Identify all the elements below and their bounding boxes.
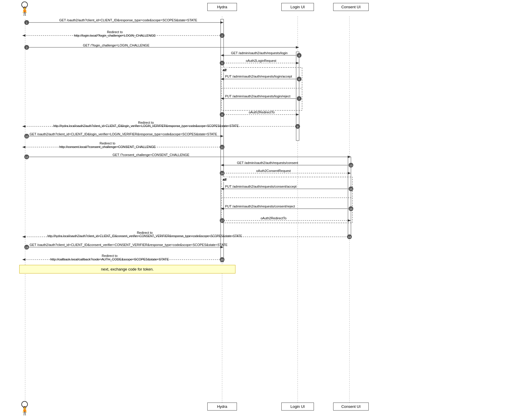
svg-point-17 (24, 45, 29, 50)
svg-text:18: 18 (348, 236, 351, 239)
label-step15: PUT /admin/oauth2/auth/requests/consent/… (225, 185, 296, 188)
label-step18-line2: http://hydra.local/oauth2/auth?client_id… (47, 234, 242, 238)
svg-marker-16 (296, 46, 299, 49)
svg-point-21 (297, 53, 301, 58)
svg-text:1: 1 (26, 21, 27, 24)
svg-text:6: 6 (298, 78, 300, 81)
loginui-box-bottom: Login UI (281, 403, 314, 411)
svg-marker-80 (348, 219, 351, 222)
svg-text:13: 13 (349, 164, 352, 167)
svg-marker-24 (296, 62, 299, 64)
svg-rect-27 (222, 67, 302, 110)
label-step17: oAuth2RedirectTo (261, 216, 286, 220)
svg-text:17: 17 (221, 219, 224, 222)
svg-marker-64 (348, 172, 351, 174)
svg-text:15: 15 (349, 188, 352, 191)
svg-point-37 (297, 96, 301, 101)
label-step20-line1: Redirect to (50, 254, 169, 258)
label-step14: oAuth2ConsentRequest (256, 169, 291, 173)
svg-marker-84 (22, 236, 25, 238)
svg-text:5: 5 (221, 62, 223, 65)
sequence-diagram: 1 2 3 4 5 alt 6 (0, 0, 531, 420)
svg-text:3: 3 (26, 46, 27, 49)
svg-point-65 (220, 171, 224, 176)
svg-marker-20 (221, 54, 224, 57)
svg-rect-4 (221, 19, 224, 262)
svg-point-49 (24, 134, 29, 139)
svg-point-45 (295, 124, 300, 129)
label-step18-line1: Redirect to (47, 231, 242, 234)
label-step20: Redirect to http://callback.local/callba… (50, 254, 169, 261)
label-step8: oAuth2RedirectTo (249, 110, 275, 114)
loginui-box-top: Login UI (281, 3, 314, 11)
label-step10: GET /oauth2/auth?client_id=CLIENT_ID&log… (30, 132, 217, 136)
svg-marker-48 (220, 135, 224, 137)
label-step13: GET /admin/oauth2/auth/requests/consent (237, 161, 298, 165)
svg-text:4: 4 (298, 54, 300, 57)
label-step4: GET /admin/oauth2/auth/requests/login (231, 51, 288, 55)
diagram-svg: 1 2 3 4 5 alt 6 (0, 0, 531, 420)
svg-rect-5 (296, 52, 299, 141)
label-step6: PUT /admin/oauth2/auth/requests/login/ac… (225, 75, 292, 78)
alt-label-2: alt (223, 178, 227, 181)
svg-marker-92 (22, 258, 25, 261)
label-step9-line2: http://hydra.local/oauth2/auth?client_id… (53, 124, 239, 128)
label-step3: GET /?login_challenge=LOGIN_CHALLENGE (83, 44, 150, 47)
svg-marker-12 (22, 34, 25, 37)
label-step2-line1: Redirect to (74, 30, 155, 34)
svg-point-53 (220, 145, 224, 149)
svg-point-89 (24, 245, 29, 250)
label-step18: Redirect to http://hydra.local/oauth2/au… (47, 231, 242, 238)
svg-text:12: 12 (25, 156, 28, 159)
svg-point-13 (220, 33, 224, 38)
svg-text:8: 8 (221, 113, 223, 116)
actor-body-bottom: 🧍 (17, 407, 32, 415)
svg-marker-76 (221, 207, 224, 210)
svg-text:14: 14 (221, 172, 224, 175)
svg-point-9 (24, 20, 29, 25)
hydra-box-top: Hydra (207, 3, 237, 11)
svg-rect-6 (348, 157, 351, 238)
note-box: next, exchange code for token. (19, 265, 235, 273)
alt-label-1: alt (223, 68, 227, 72)
label-step5: oAuth2LoginRequest (246, 59, 276, 62)
svg-text:10: 10 (25, 135, 28, 138)
svg-text:7: 7 (298, 97, 300, 100)
hydra-box-bottom: Hydra (207, 403, 237, 411)
svg-point-41 (220, 112, 224, 117)
svg-text:11: 11 (221, 146, 224, 149)
consentui-box-top: Consent UI (333, 3, 369, 11)
label-step20-line2: http://callback.local/callback?code=AUTH… (50, 258, 169, 261)
svg-marker-56 (348, 156, 351, 158)
svg-point-77 (349, 206, 353, 211)
svg-text:16: 16 (349, 207, 352, 210)
svg-point-93 (220, 257, 224, 262)
label-step9-line1: Redirect to (53, 121, 239, 124)
svg-marker-40 (296, 113, 299, 116)
svg-point-81 (220, 218, 224, 223)
actor-top: 🧍 (17, 1, 32, 15)
svg-marker-72 (221, 188, 224, 190)
label-step9: Redirect to http://hydra.local/oauth2/au… (53, 121, 239, 128)
label-step11-line2: http://consent.local/?consent_challenge=… (59, 145, 156, 149)
svg-text:19: 19 (25, 246, 28, 249)
label-step19: GET /oauth2/auth?client_id=CLIENT_ID&con… (30, 243, 227, 247)
svg-text:20: 20 (221, 258, 224, 261)
svg-marker-36 (221, 97, 224, 100)
consentui-box-bottom: Consent UI (333, 403, 369, 411)
label-step7: PUT /admin/oauth2/auth/requests/login/re… (225, 94, 291, 98)
actor-bottom: 🧍 (17, 401, 32, 415)
svg-marker-8 (220, 21, 224, 24)
svg-marker-52 (22, 146, 25, 148)
svg-point-57 (24, 155, 29, 159)
label-step16: PUT /admin/oauth2/auth/requests/consent/… (225, 205, 295, 208)
actor-body-top: 🧍 (17, 7, 32, 15)
label-step2: Redirect to http://login.local/?login_ch… (74, 30, 155, 37)
svg-point-33 (297, 77, 301, 81)
svg-text:9: 9 (297, 125, 298, 128)
svg-marker-60 (221, 164, 224, 166)
svg-marker-32 (221, 78, 224, 80)
svg-point-25 (220, 61, 224, 65)
svg-point-73 (349, 186, 353, 191)
label-step11-line1: Redirect to (59, 141, 156, 145)
